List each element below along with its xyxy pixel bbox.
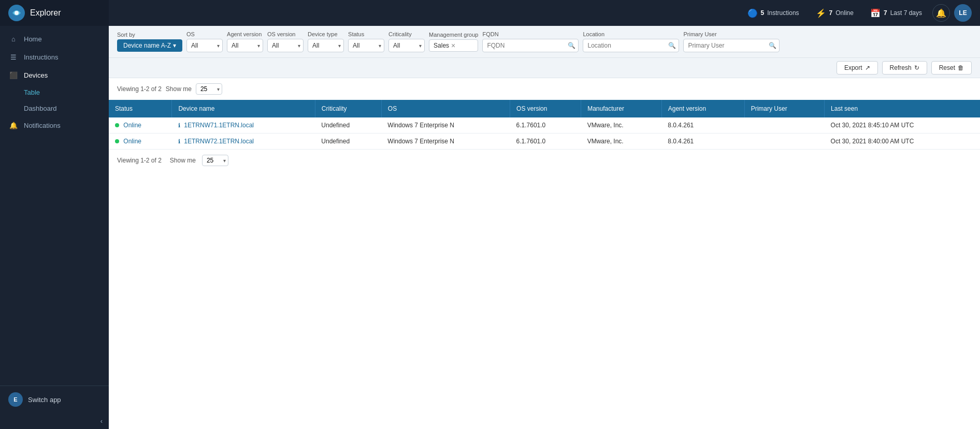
management-group-group: Management group Sales × [429,32,478,52]
row2-criticality: Undefined [315,134,381,150]
viewing-text-top: Viewing 1-2 of 2 [117,85,162,93]
status-dot-online [115,123,119,127]
location-group: Location 🔍 [583,31,679,52]
user-avatar[interactable]: LE [954,4,972,22]
export-button[interactable]: Export ↗ [837,61,878,75]
location-search-icon[interactable]: 🔍 [668,42,676,49]
management-group-clear[interactable]: × [451,42,455,49]
fqdn-input-wrap: 🔍 [482,39,579,52]
sidebar-item-notifications[interactable]: 🔔 Notifications [0,116,109,135]
sidebar-item-home-label: Home [24,35,42,43]
os-select-wrap: All [186,39,223,52]
os-version-wrap: All [267,39,304,52]
management-group-label: Management group [429,32,478,38]
last7days-badge[interactable]: 📅 7 Last 7 days [864,6,928,21]
reset-label: Reset [939,64,955,71]
col-status[interactable]: Status [109,100,172,117]
criticality-select[interactable]: All [388,39,425,52]
os-select[interactable]: All [186,39,223,52]
col-os-version[interactable]: OS version [510,100,581,117]
sidebar-sub-dashboard-label: Dashboard [24,105,57,112]
col-last-seen[interactable]: Last seen [825,100,980,117]
instructions-badge[interactable]: 🔵 5 Instructions [741,6,805,21]
filter-row: Sort by Device name A-Z ▾ OS All [117,31,972,52]
col-device-name[interactable]: Device name [172,100,315,117]
row1-os: Windows 7 Enterprise N [381,117,510,134]
refresh-button[interactable]: Refresh ↻ [882,61,927,75]
switch-app-button[interactable]: E Switch app [0,386,109,413]
sidebar-sub-item-dashboard[interactable]: Dashboard [0,100,109,116]
online-count: 7 [829,9,833,17]
sidebar-collapse-button[interactable]: ‹ [0,413,109,429]
sidebar-item-devices[interactable]: ⬛ Devices [0,66,109,84]
notifications-bell[interactable]: 🔔 [932,4,950,22]
row2-status-link[interactable]: Online [123,138,141,145]
col-manufacturer[interactable]: Manufacturer [581,100,662,117]
primary-user-input[interactable] [683,39,780,52]
instructions-icon: ☰ [8,53,19,61]
row2-device-name-link[interactable]: 1ETRNW72.1ETRN.local [184,138,254,145]
row2-primary-user [744,134,824,150]
management-group-value: Sales [434,42,449,49]
col-os[interactable]: OS [381,100,510,117]
row1-criticality: Undefined [315,117,381,134]
os-version-select[interactable]: All [267,39,304,52]
sidebar-item-home[interactable]: ⌂ Home [0,30,109,48]
agent-version-select[interactable]: All [227,39,263,52]
action-bar: Export ↗ Refresh ↻ Reset 🗑 [109,58,980,78]
col-primary-user[interactable]: Primary User [744,100,824,117]
row1-device-name: ℹ 1ETRNW71.1ETRN.local [172,117,315,134]
sidebar-item-notifications-label: Notifications [24,122,61,129]
main-panel: 🔵 5 Instructions ⚡ 7 Online 📅 7 Last 7 d… [109,0,980,429]
export-icon: ↗ [865,64,870,71]
header-row: Status Device name Criticality OS OS ver… [109,100,980,117]
instructions-count: 5 [761,9,765,17]
table-body: Online ℹ 1ETRNW71.1ETRN.local Undefined … [109,117,980,150]
sidebar-item-instructions[interactable]: ☰ Instructions [0,48,109,66]
instructions-topbar-icon: 🔵 [747,8,758,18]
online-label: Online [835,9,854,17]
instructions-topbar-label: Instructions [767,9,799,17]
primary-user-input-wrap: 🔍 [683,39,780,52]
status-select[interactable]: All [348,39,384,52]
home-icon: ⌂ [8,35,19,43]
calendar-icon: 📅 [870,8,881,18]
app-logo [8,5,25,21]
device-type-wrap: All [308,39,344,52]
location-label: Location [583,31,679,37]
os-filter-group: OS All [186,31,223,52]
row1-status-link[interactable]: Online [123,122,141,129]
agent-version-group: Agent version All [227,31,263,52]
topbar: 🔵 5 Instructions ⚡ 7 Online 📅 7 Last 7 d… [109,0,980,26]
management-group-chip: Sales × [429,39,478,52]
export-label: Export [844,64,862,71]
fqdn-input[interactable] [482,39,579,52]
row1-device-name-link[interactable]: 1ETRNW71.1ETRN.local [184,122,254,129]
row1-agent-version: 8.0.4.261 [661,117,744,134]
sort-by-button[interactable]: Device name A-Z ▾ [117,39,182,52]
location-input[interactable] [583,39,679,52]
app-title: Explorer [30,8,61,18]
svg-point-1 [15,11,19,15]
status-dot-online-2 [115,139,119,143]
reset-button[interactable]: Reset 🗑 [931,61,972,75]
sidebar: Explorer ⌂ Home ☰ Instructions ⬛ Devices… [0,0,109,429]
col-agent-version[interactable]: Agent version [661,100,744,117]
refresh-label: Refresh [890,64,912,71]
primary-user-search-icon[interactable]: 🔍 [769,42,776,49]
row2-last-seen: Oct 30, 2021 8:40:00 AM UTC [825,134,980,150]
online-badge[interactable]: ⚡ 7 Online [810,6,860,21]
col-criticality[interactable]: Criticality [315,100,381,117]
device-type-select[interactable]: All [308,39,344,52]
filter-bar: Sort by Device name A-Z ▾ OS All [109,26,980,58]
status-select-wrap: All [348,39,384,52]
sidebar-item-instructions-label: Instructions [24,53,58,61]
show-me-select-bottom[interactable]: 25 50 100 [202,155,228,166]
fqdn-search-icon[interactable]: 🔍 [568,42,575,49]
devices-table: Status Device name Criticality OS OS ver… [109,100,980,150]
location-input-wrap: 🔍 [583,39,679,52]
show-me-select[interactable]: 25 50 100 [196,83,222,95]
table-area: Viewing 1-2 of 2 Show me 25 50 100 Statu… [109,78,980,171]
sidebar-sub-item-table[interactable]: Table [0,84,109,100]
row2-manufacturer: VMware, Inc. [581,134,662,150]
